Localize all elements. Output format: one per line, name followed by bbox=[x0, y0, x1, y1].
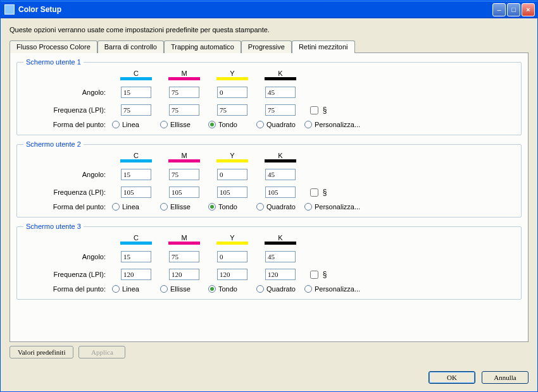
freq-k-input[interactable] bbox=[265, 104, 296, 116]
swatch-k-icon bbox=[265, 77, 296, 80]
col-head-k: K bbox=[256, 234, 304, 242]
dot-shape-label-custom: Personalizza... bbox=[315, 285, 360, 293]
radio-icon bbox=[304, 203, 312, 211]
angle-m-input[interactable] bbox=[169, 169, 199, 180]
window-title: Color Setup bbox=[18, 5, 492, 14]
freq-c-input[interactable] bbox=[121, 104, 151, 116]
dot-shape-label-line: Linea bbox=[122, 203, 139, 211]
tabstrip: Flusso Processo ColoreBarra di controllo… bbox=[9, 40, 529, 52]
freq-y-input[interactable] bbox=[217, 104, 247, 116]
radio-icon bbox=[160, 121, 168, 128]
dot-shape-custom[interactable]: Personalizza... bbox=[304, 203, 380, 211]
dot-shape-square[interactable]: Quadrato bbox=[256, 121, 304, 128]
titlebar: Color Setup – □ × bbox=[1, 1, 537, 18]
link-freq-checkbox[interactable] bbox=[310, 188, 318, 197]
dot-shape-label: Forma del punto: bbox=[23, 121, 112, 128]
freq-label: Frequenza (LPI): bbox=[23, 271, 112, 278]
swatch-c-icon bbox=[120, 159, 152, 162]
swatch-m-icon bbox=[168, 242, 200, 245]
angle-m-input[interactable] bbox=[169, 251, 199, 262]
defaults-button[interactable]: Valori predefiniti bbox=[9, 346, 73, 358]
dot-shape-ellipse[interactable]: Ellisse bbox=[160, 203, 208, 211]
freq-label: Frequenza (LPI): bbox=[23, 106, 112, 114]
col-head-k: K bbox=[256, 152, 304, 159]
radio-icon bbox=[256, 203, 264, 211]
freq-y-input[interactable] bbox=[217, 187, 247, 198]
angle-k-input[interactable] bbox=[265, 87, 296, 98]
angle-y-input[interactable] bbox=[217, 169, 247, 180]
link-freq-checkbox[interactable] bbox=[310, 271, 318, 279]
angle-c-input[interactable] bbox=[121, 169, 151, 180]
angle-m-input[interactable] bbox=[169, 87, 199, 98]
freq-k-input[interactable] bbox=[265, 269, 296, 280]
col-head-y: Y bbox=[208, 152, 256, 159]
maximize-button[interactable]: □ bbox=[507, 3, 520, 16]
dot-shape-square[interactable]: Quadrato bbox=[256, 203, 304, 211]
freq-m-input[interactable] bbox=[169, 269, 199, 280]
tab-2[interactable]: Trapping automatico bbox=[164, 40, 241, 53]
freq-c-input[interactable] bbox=[121, 187, 151, 198]
link-freq-checkbox[interactable] bbox=[310, 106, 318, 114]
close-button[interactable]: × bbox=[522, 3, 535, 16]
angle-k-input[interactable] bbox=[265, 251, 296, 262]
user-screen-1: Schermo utente 1CMYKAngolo:Frequenza (LP… bbox=[16, 58, 522, 135]
link-icon: § bbox=[323, 188, 327, 197]
dot-shape-custom[interactable]: Personalizza... bbox=[304, 121, 380, 128]
freq-m-input[interactable] bbox=[169, 187, 199, 198]
link-icon: § bbox=[323, 106, 327, 114]
dot-shape-line[interactable]: Linea bbox=[112, 203, 160, 211]
angle-y-input[interactable] bbox=[217, 87, 247, 98]
freq-m-input[interactable] bbox=[169, 104, 199, 116]
dot-shape-custom[interactable]: Personalizza... bbox=[304, 285, 380, 293]
dot-shape-ellipse[interactable]: Ellisse bbox=[160, 121, 208, 128]
dot-shape-round[interactable]: Tondo bbox=[208, 121, 256, 128]
group-legend: Schermo utente 1 bbox=[23, 58, 84, 66]
radio-icon bbox=[208, 285, 216, 293]
dot-shape-label: Forma del punto: bbox=[23, 203, 112, 211]
description-text: Queste opzioni verranno usate come impos… bbox=[9, 26, 529, 34]
angle-c-input[interactable] bbox=[121, 251, 151, 262]
tab-4[interactable]: Retini mezzitoni bbox=[292, 40, 355, 53]
swatch-c-icon bbox=[120, 242, 152, 245]
swatch-k-icon bbox=[265, 159, 296, 162]
col-head-k: K bbox=[256, 70, 304, 77]
col-head-m: M bbox=[160, 152, 208, 159]
col-head-c: C bbox=[112, 152, 160, 159]
radio-icon bbox=[112, 285, 120, 293]
dot-shape-square[interactable]: Quadrato bbox=[256, 285, 304, 293]
tab-1[interactable]: Barra di controllo bbox=[97, 40, 164, 53]
freq-y-input[interactable] bbox=[217, 269, 247, 280]
swatch-m-icon bbox=[168, 159, 200, 162]
col-head-m: M bbox=[160, 234, 208, 242]
cancel-button[interactable]: Annulla bbox=[482, 371, 529, 384]
tab-3[interactable]: Progressive bbox=[241, 40, 292, 53]
freq-c-input[interactable] bbox=[121, 269, 151, 280]
col-head-y: Y bbox=[208, 234, 256, 242]
radio-icon bbox=[208, 121, 216, 128]
minimize-button[interactable]: – bbox=[492, 3, 506, 16]
tab-0[interactable]: Flusso Processo Colore bbox=[9, 40, 97, 53]
angle-c-input[interactable] bbox=[121, 87, 151, 98]
freq-k-input[interactable] bbox=[265, 187, 296, 198]
radio-icon bbox=[208, 203, 216, 211]
color-setup-window: Color Setup – □ × Queste opzioni verrann… bbox=[0, 0, 538, 392]
angle-label: Angolo: bbox=[23, 171, 112, 178]
swatch-k-icon bbox=[265, 242, 296, 245]
dot-shape-label-round: Tondo bbox=[218, 121, 237, 128]
dot-shape-round[interactable]: Tondo bbox=[208, 285, 256, 293]
dot-shape-round[interactable]: Tondo bbox=[208, 203, 256, 211]
dot-shape-label-custom: Personalizza... bbox=[315, 121, 360, 128]
ok-button[interactable]: OK bbox=[429, 371, 475, 384]
dot-shape-ellipse[interactable]: Ellisse bbox=[160, 285, 208, 293]
app-icon bbox=[4, 4, 15, 15]
angle-k-input[interactable] bbox=[265, 169, 296, 180]
dot-shape-line[interactable]: Linea bbox=[112, 285, 160, 293]
dot-shape-line[interactable]: Linea bbox=[112, 121, 160, 128]
radio-icon bbox=[160, 285, 168, 293]
dot-shape-label-custom: Personalizza... bbox=[315, 203, 360, 211]
apply-button[interactable]: Applica bbox=[78, 346, 125, 358]
radio-icon bbox=[256, 285, 264, 293]
angle-y-input[interactable] bbox=[217, 251, 247, 262]
swatch-y-icon bbox=[216, 242, 248, 245]
radio-icon bbox=[304, 285, 312, 293]
